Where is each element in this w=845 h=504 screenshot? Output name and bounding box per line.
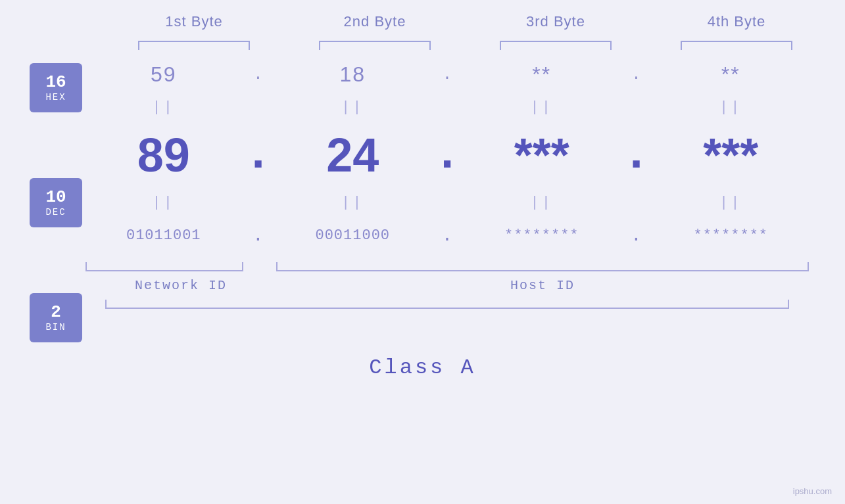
network-bracket [85,262,243,271]
byte-headers-row: 1st Byte 2nd Byte 3rd Byte 4th Byte [104,13,827,30]
top-brackets [104,37,827,50]
bin-dot-3: . [620,225,653,246]
bracket-line-4 [681,41,792,50]
hex-cell-4: ** [653,62,809,87]
watermark: ipshu.com [793,486,832,496]
hex-cell-3: ** [464,62,620,87]
dec-dot-1: . [242,128,275,182]
equals-4: || [653,96,809,119]
bin-dot-1: . [242,225,275,246]
dec-cell-2: 24 [275,131,431,179]
dec-cell-3: *** [464,131,620,179]
bin-cell-2: 00011000 [275,227,431,244]
byte-header-1: 1st Byte [104,13,285,30]
bin-num: 2 [51,303,61,322]
dec-val-3: *** [514,131,569,179]
labels-column: 16 HEX 10 DEC 2 BIN [0,53,85,349]
hex-val-4: ** [721,62,740,87]
bin-val-1: 01011001 [126,227,201,244]
full-bracket-container [85,300,809,309]
hex-cell-2: 18 [275,62,431,87]
equals-row-1: || || || || [85,96,809,119]
equals-7: || [464,191,620,214]
bracket-4 [646,37,827,50]
hex-dot-3: . [620,66,653,83]
equals-5: || [85,191,242,214]
equals-row-2: || || || || [85,191,809,214]
bracket-3 [466,37,646,50]
bracket-line-2 [319,41,431,50]
hex-num: 16 [45,73,66,92]
hex-val-3: ** [532,62,551,87]
bin-label-box: 2 BIN [30,293,82,342]
dec-val-1: 89 [137,131,190,179]
dec-val-4: *** [703,131,758,179]
host-bracket [276,262,809,271]
main-container: 1st Byte 2nd Byte 3rd Byte 4th Byte 16 H… [0,0,845,504]
hex-dot-2: . [431,66,464,83]
dec-label-box: 10 DEC [30,178,82,227]
bin-dot-2: . [431,225,464,246]
dec-cell-4: *** [653,131,809,179]
hex-val-1: 59 [151,62,177,87]
equals-6: || [275,191,431,214]
byte-header-2: 2nd Byte [285,13,466,30]
bracket-line-3 [500,41,612,50]
bin-row: 01011001 . 00011000 . ******** . *******… [85,214,809,257]
dec-cell-1: 89 [85,131,242,179]
hex-row: 59 . 18 . ** . ** [85,53,809,96]
hex-label-box: 16 HEX [30,63,82,112]
class-a-label: Class A [0,355,845,380]
bin-cell-3: ******** [464,227,620,244]
hex-text: HEX [45,92,66,103]
host-id-label: Host ID [276,278,809,293]
equals-8: || [653,191,809,214]
bracket-line-1 [138,41,250,50]
byte-header-3: 3rd Byte [466,13,646,30]
hex-cell-1: 59 [85,62,242,87]
bracket-1 [104,37,285,50]
equals-2: || [275,96,431,119]
equals-3: || [464,96,620,119]
bin-text: BIN [45,322,66,332]
network-id-label: Network ID [85,278,276,293]
bracket-2 [285,37,466,50]
hex-dot-1: . [242,66,275,83]
dec-text: DEC [45,207,66,218]
dec-dot-3: . [620,128,653,182]
dec-val-2: 24 [326,131,379,179]
dec-num: 10 [45,188,66,207]
byte-header-4: 4th Byte [646,13,827,30]
bin-cell-4: ******** [653,227,809,244]
equals-1: || [85,96,242,119]
dec-row: 89 . 24 . *** . *** [85,119,809,191]
bin-val-4: ******** [693,227,768,244]
bin-val-2: 00011000 [315,227,390,244]
bin-cell-1: 01011001 [85,227,242,244]
bin-val-3: ******** [504,227,579,244]
full-bracket [105,300,789,309]
bottom-bracket-lines [85,262,809,275]
dec-dot-2: . [431,128,464,182]
hex-val-2: 18 [339,62,366,87]
bottom-labels: Network ID Host ID [85,278,809,293]
bytes-display: 59 . 18 . ** . ** || || [85,53,809,349]
bottom-area: Network ID Host ID [85,262,809,309]
